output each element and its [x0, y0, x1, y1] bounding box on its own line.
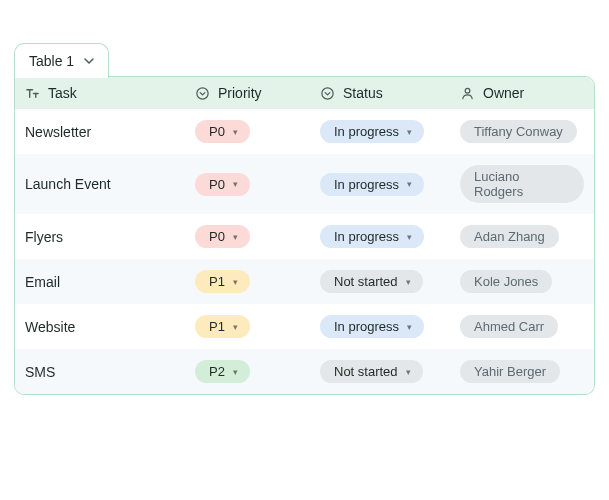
- owner-pill[interactable]: Yahir Berger: [460, 360, 560, 383]
- chevron-down-icon: ▾: [407, 179, 412, 189]
- owner-pill[interactable]: Tiffany Conway: [460, 120, 577, 143]
- header-status-label: Status: [343, 85, 383, 101]
- dropdown-circle-icon: [195, 86, 210, 101]
- task-cell[interactable]: Flyers: [25, 229, 195, 245]
- priority-label: P2: [209, 364, 225, 379]
- status-label: Not started: [334, 364, 398, 379]
- header-task[interactable]: Task: [25, 85, 195, 101]
- priority-cell: P1▾: [195, 315, 320, 338]
- chevron-down-icon: ▾: [406, 277, 411, 287]
- status-pill[interactable]: In progress▾: [320, 120, 424, 143]
- svg-point-2: [465, 88, 470, 93]
- chevron-down-icon: ▾: [407, 127, 412, 137]
- header-priority-label: Priority: [218, 85, 262, 101]
- owner-cell: Tiffany Conway: [460, 120, 584, 143]
- priority-label: P0: [209, 124, 225, 139]
- owner-pill[interactable]: Ahmed Carr: [460, 315, 558, 338]
- task-cell[interactable]: Website: [25, 319, 195, 335]
- priority-pill[interactable]: P1▾: [195, 315, 250, 338]
- priority-cell: P2▾: [195, 360, 320, 383]
- header-owner-label: Owner: [483, 85, 524, 101]
- text-icon: [25, 86, 40, 101]
- table-row[interactable]: WebsiteP1▾In progress▾Ahmed Carr: [15, 304, 594, 349]
- task-cell[interactable]: Email: [25, 274, 195, 290]
- owner-cell: Yahir Berger: [460, 360, 584, 383]
- status-label: In progress: [334, 319, 399, 334]
- owner-cell: Kole Jones: [460, 270, 584, 293]
- status-label: In progress: [334, 124, 399, 139]
- status-pill[interactable]: Not started▾: [320, 360, 423, 383]
- header-status[interactable]: Status: [320, 85, 460, 101]
- status-label: In progress: [334, 177, 399, 192]
- table-row[interactable]: EmailP1▾Not started▾Kole Jones: [15, 259, 594, 304]
- chevron-down-icon: ▾: [233, 127, 238, 137]
- table-row[interactable]: SMSP2▾Not started▾Yahir Berger: [15, 349, 594, 394]
- priority-pill[interactable]: P0▾: [195, 120, 250, 143]
- status-pill[interactable]: In progress▾: [320, 225, 424, 248]
- person-icon: [460, 86, 475, 101]
- svg-point-1: [322, 87, 333, 98]
- priority-label: P0: [209, 177, 225, 192]
- table-row[interactable]: FlyersP0▾In progress▾Adan Zhang: [15, 214, 594, 259]
- header-owner[interactable]: Owner: [460, 85, 584, 101]
- chevron-down-icon: ▾: [407, 322, 412, 332]
- chevron-down-icon: ▾: [233, 277, 238, 287]
- owner-pill[interactable]: Adan Zhang: [460, 225, 559, 248]
- status-cell: Not started▾: [320, 270, 460, 293]
- status-pill[interactable]: In progress▾: [320, 315, 424, 338]
- priority-cell: P1▾: [195, 270, 320, 293]
- table-panel: Table 1 Task Priority Status: [14, 76, 595, 395]
- status-cell: In progress▾: [320, 315, 460, 338]
- priority-label: P0: [209, 229, 225, 244]
- chevron-down-icon: ▾: [233, 367, 238, 377]
- status-cell: In progress▾: [320, 225, 460, 248]
- priority-pill[interactable]: P1▾: [195, 270, 250, 293]
- priority-label: P1: [209, 319, 225, 334]
- priority-pill[interactable]: P0▾: [195, 173, 250, 196]
- tab-label: Table 1: [29, 53, 74, 69]
- priority-cell: P0▾: [195, 225, 320, 248]
- table-row[interactable]: NewsletterP0▾In progress▾Tiffany Conway: [15, 109, 594, 154]
- chevron-down-icon: [84, 53, 94, 69]
- task-cell[interactable]: Newsletter: [25, 124, 195, 140]
- task-cell[interactable]: SMS: [25, 364, 195, 380]
- owner-cell: Ahmed Carr: [460, 315, 584, 338]
- tab-table-1[interactable]: Table 1: [14, 43, 109, 78]
- status-pill[interactable]: Not started▾: [320, 270, 423, 293]
- chevron-down-icon: ▾: [407, 232, 412, 242]
- priority-cell: P0▾: [195, 120, 320, 143]
- status-label: In progress: [334, 229, 399, 244]
- table-row[interactable]: Launch EventP0▾In progress▾Luciano Rodge…: [15, 154, 594, 214]
- owner-cell: Adan Zhang: [460, 225, 584, 248]
- task-cell[interactable]: Launch Event: [25, 176, 195, 192]
- status-cell: Not started▾: [320, 360, 460, 383]
- owner-cell: Luciano Rodgers: [460, 165, 584, 203]
- chevron-down-icon: ▾: [233, 232, 238, 242]
- status-label: Not started: [334, 274, 398, 289]
- chevron-down-icon: ▾: [233, 179, 238, 189]
- owner-pill[interactable]: Luciano Rodgers: [460, 165, 584, 203]
- column-headers: Task Priority Status Owner: [15, 77, 594, 109]
- header-task-label: Task: [48, 85, 77, 101]
- priority-label: P1: [209, 274, 225, 289]
- chevron-down-icon: ▾: [233, 322, 238, 332]
- header-priority[interactable]: Priority: [195, 85, 320, 101]
- priority-cell: P0▾: [195, 173, 320, 196]
- status-pill[interactable]: In progress▾: [320, 173, 424, 196]
- priority-pill[interactable]: P0▾: [195, 225, 250, 248]
- status-cell: In progress▾: [320, 173, 460, 196]
- priority-pill[interactable]: P2▾: [195, 360, 250, 383]
- svg-point-0: [197, 87, 208, 98]
- status-cell: In progress▾: [320, 120, 460, 143]
- dropdown-circle-icon: [320, 86, 335, 101]
- chevron-down-icon: ▾: [406, 367, 411, 377]
- owner-pill[interactable]: Kole Jones: [460, 270, 552, 293]
